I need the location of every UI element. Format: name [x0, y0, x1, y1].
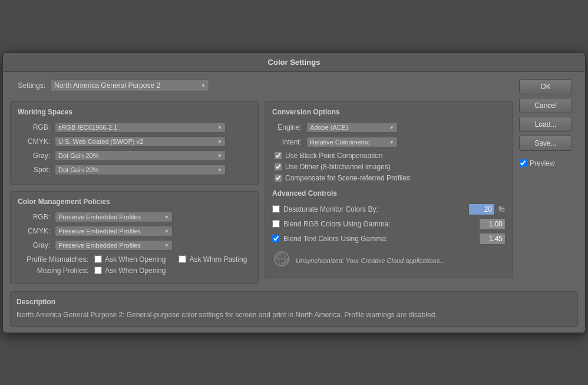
sync-icon	[272, 249, 291, 272]
conversion-section: Conversion Options Engine: Adobe (ACE) I…	[265, 101, 513, 278]
desaturate-row: Desaturate Monitor Colors By: %	[272, 203, 506, 215]
dither-label: Use Dither (8-bit/channel images)	[285, 163, 391, 171]
cm-rgb-row: RGB: Preserve Embedded Profiles	[18, 212, 251, 222]
save-button[interactable]: Save...	[519, 136, 572, 151]
black-point-checkbox[interactable]	[275, 152, 282, 159]
engine-select[interactable]: Adobe (ACE)	[306, 122, 398, 133]
missing-profiles-row: Missing Profiles: Ask When Opening	[18, 266, 251, 275]
gray-row: Gray: Dot Gain 20%	[18, 150, 251, 161]
settings-label: Settings:	[10, 81, 45, 90]
gray-select[interactable]: Dot Gain 20%	[55, 150, 226, 161]
color-management-title: Color Management Policies	[18, 198, 251, 206]
cm-cmyk-select-wrapper: Preserve Embedded Profiles	[55, 226, 173, 236]
preview-label: Preview	[530, 159, 555, 167]
intent-select[interactable]: Relative Colorimetric	[306, 137, 398, 147]
gray-label: Gray:	[18, 152, 50, 160]
desaturate-unit: %	[498, 205, 506, 213]
black-point-row: Use Black Point Compensation	[275, 152, 506, 160]
spot-select[interactable]: Dot Gain 20%	[55, 164, 226, 175]
cmyk-select[interactable]: U.S. Web Coated (SWOP) v2	[55, 136, 226, 147]
blend-rgb-row: Blend RGB Colors Using Gamma:	[272, 218, 506, 230]
scene-referred-label: Compensate for Scene-referred Profiles	[285, 174, 410, 182]
description-text: North America General Purpose 2: General…	[16, 310, 572, 320]
working-spaces-title: Working Spaces	[18, 108, 251, 116]
blend-rgb-checkbox[interactable]	[272, 220, 280, 228]
missing-ask-opening-pair: Ask When Opening	[94, 266, 166, 275]
cmyk-row: CMYK: U.S. Web Coated (SWOP) v2	[18, 136, 251, 147]
settings-select-wrapper: North America General Purpose 2 North Am…	[50, 79, 209, 92]
desaturate-label: Desaturate Monitor Colors By:	[283, 205, 465, 213]
main-panels: Working Spaces RGB: sRGB IEC61966-2.1 CM…	[10, 101, 513, 284]
cm-rgb-select[interactable]: Preserve Embedded Profiles	[55, 212, 173, 222]
advanced-section: Advanced Controls Desaturate Monitor Col…	[272, 189, 506, 245]
cancel-button[interactable]: Cancel	[519, 98, 572, 113]
cm-gray-label: Gray:	[18, 241, 50, 249]
rgb-label: RGB:	[18, 123, 50, 131]
left-column: Working Spaces RGB: sRGB IEC61966-2.1 CM…	[10, 101, 259, 284]
preview-checkbox[interactable]	[519, 159, 527, 167]
missing-ask-opening-checkbox[interactable]	[94, 266, 102, 274]
blend-text-label: Blend Text Colors Using Gamma:	[283, 235, 475, 243]
profile-mismatches-label: Profile Mismatches:	[18, 255, 88, 264]
scene-referred-checkbox[interactable]	[275, 175, 282, 182]
gray-select-wrapper: Dot Gain 20%	[55, 150, 226, 161]
dither-row: Use Dither (8-bit/channel images)	[275, 163, 506, 171]
ask-opening-pair: Ask When Opening	[94, 255, 166, 264]
cm-gray-select-wrapper: Preserve Embedded Profiles	[55, 240, 173, 251]
engine-row: Engine: Adobe (ACE)	[272, 122, 506, 133]
cmyk-label: CMYK:	[18, 137, 50, 146]
engine-label: Engine:	[272, 123, 302, 131]
cm-cmyk-select[interactable]: Preserve Embedded Profiles	[55, 226, 173, 236]
cm-rgb-label: RGB:	[18, 213, 50, 221]
ask-opening-label: Ask When Opening	[105, 255, 166, 264]
dialog-body: Settings: North America General Purpose …	[3, 72, 585, 291]
ok-button[interactable]: OK	[519, 79, 572, 94]
intent-label: Intent:	[272, 138, 302, 146]
spot-select-wrapper: Dot Gain 20%	[55, 164, 226, 175]
missing-ask-opening-label: Ask When Opening	[105, 266, 166, 275]
working-spaces-section: Working Spaces RGB: sRGB IEC61966-2.1 CM…	[10, 101, 259, 185]
cm-cmyk-label: CMYK:	[18, 227, 50, 235]
load-button[interactable]: Load...	[519, 117, 572, 132]
spot-label: Spot:	[18, 166, 50, 174]
sync-row: Unsynchronized: Your Creative Cloud appl…	[272, 249, 506, 272]
rgb-select-wrapper: sRGB IEC61966-2.1	[55, 122, 226, 133]
settings-select[interactable]: North America General Purpose 2 North Am…	[50, 79, 209, 92]
intent-select-wrapper: Relative Colorimetric	[306, 137, 398, 147]
cm-gray-select[interactable]: Preserve Embedded Profiles	[55, 240, 173, 251]
engine-select-wrapper: Adobe (ACE)	[306, 122, 398, 133]
blend-rgb-label: Blend RGB Colors Using Gamma:	[283, 220, 475, 228]
ask-pasting-pair: Ask When Pasting	[179, 255, 247, 264]
desaturate-input[interactable]	[468, 203, 495, 215]
right-column: Conversion Options Engine: Adobe (ACE) I…	[265, 101, 513, 284]
color-management-section: Color Management Policies RGB: Preserve …	[10, 191, 259, 284]
desaturate-checkbox[interactable]	[272, 205, 280, 213]
scene-referred-row: Compensate for Scene-referred Profiles	[275, 174, 506, 182]
blend-text-checkbox[interactable]	[272, 235, 280, 242]
ask-opening-checkbox[interactable]	[94, 255, 102, 263]
rgb-select[interactable]: sRGB IEC61966-2.1	[55, 122, 226, 133]
bottom-section: Description North America General Purpos…	[3, 291, 585, 333]
blend-rgb-input[interactable]	[479, 218, 506, 230]
settings-row: Settings: North America General Purpose …	[10, 79, 513, 92]
cm-cmyk-row: CMYK: Preserve Embedded Profiles	[18, 226, 251, 236]
cm-rgb-select-wrapper: Preserve Embedded Profiles	[55, 212, 173, 222]
preview-row: Preview	[519, 159, 578, 167]
dither-checkbox[interactable]	[275, 163, 282, 170]
color-settings-dialog: Color Settings Settings: North America G…	[2, 52, 586, 333]
rgb-row: RGB: sRGB IEC61966-2.1	[18, 122, 251, 133]
ask-pasting-checkbox[interactable]	[179, 255, 186, 263]
description-title: Description	[16, 298, 572, 306]
left-panel: Settings: North America General Purpose …	[10, 79, 513, 284]
blend-text-input[interactable]	[479, 233, 506, 245]
conversion-title: Conversion Options	[272, 108, 506, 116]
black-point-label: Use Black Point Compensation	[285, 152, 382, 160]
dialog-title: Color Settings	[3, 53, 585, 72]
description-box: Description North America General Purpos…	[10, 291, 578, 327]
missing-profiles-label: Missing Profiles:	[18, 266, 88, 275]
cm-gray-row: Gray: Preserve Embedded Profiles	[18, 240, 251, 251]
advanced-title: Advanced Controls	[272, 189, 506, 198]
intent-row: Intent: Relative Colorimetric	[272, 137, 506, 147]
spot-row: Spot: Dot Gain 20%	[18, 164, 251, 175]
button-panel: OK Cancel Load... Save... Preview	[519, 79, 578, 284]
